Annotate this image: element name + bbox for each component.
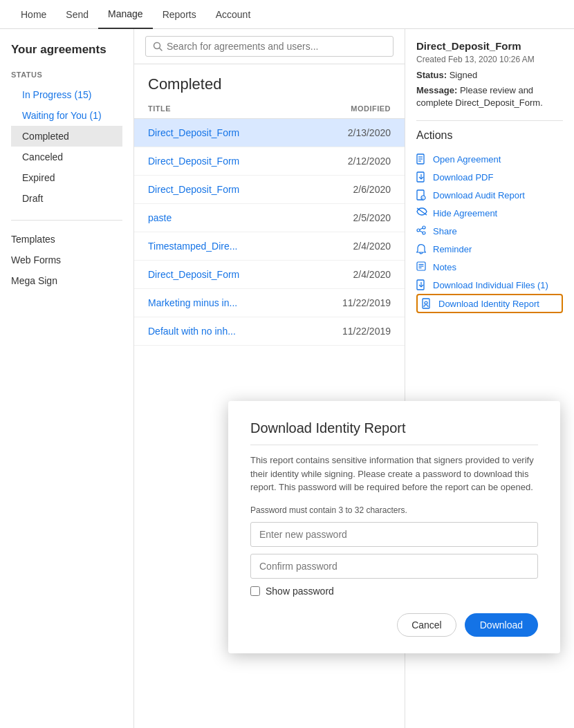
panel-actions-title: Actions — [416, 129, 563, 142]
action-label: Download Identity Report — [438, 299, 539, 309]
nav-send[interactable]: Send — [56, 0, 98, 29]
search-icon — [153, 41, 163, 51]
table-row[interactable]: paste 2/5/2020 — [134, 204, 405, 232]
action-label: Share — [433, 226, 457, 236]
table-body: Direct_Deposit_Form 2/13/2020 Direct_Dep… — [134, 119, 405, 346]
row-modified: 11/22/2019 — [328, 297, 391, 308]
sidebar-item-expired[interactable]: Expired — [11, 167, 122, 188]
sidebar-item-in-progress[interactable]: In Progress (15) — [11, 84, 122, 105]
row-title: Default with no inh... — [148, 326, 328, 337]
nav-account[interactable]: Account — [206, 0, 261, 29]
modal-pwd-rule: Password must contain 3 to 32 characters… — [250, 505, 538, 515]
col-title-label: TITLE — [148, 104, 328, 113]
col-modified-label: MODIFIED — [328, 104, 391, 113]
actions-list: Open Agreement Download PDF Download Aud… — [416, 150, 563, 313]
sidebar-item-web-forms[interactable]: Web Forms — [0, 250, 133, 270]
confirm-password-input[interactable] — [250, 554, 538, 579]
modal-title: Download Identity Report — [250, 420, 538, 436]
svg-point-13 — [423, 232, 425, 234]
search-input-wrap[interactable] — [145, 36, 394, 57]
status-label: STATUS — [11, 71, 122, 79]
show-password-label: Show password — [266, 586, 334, 597]
agreements-section-title: Completed — [134, 64, 405, 99]
action-label: Notes — [433, 262, 456, 272]
row-title: Marketing minus in... — [148, 297, 328, 308]
action-download-identity[interactable]: Download Identity Report — [416, 294, 563, 313]
svg-line-10 — [423, 198, 423, 198]
cancel-button[interactable]: Cancel — [397, 613, 456, 637]
row-title: paste — [148, 212, 328, 223]
sidebar-item-templates[interactable]: Templates — [0, 229, 133, 250]
download-button[interactable]: Download — [465, 613, 538, 637]
row-title: Direct_Deposit_Form — [148, 184, 328, 195]
doc-identity-icon — [422, 298, 433, 309]
row-title: Direct_Deposit_Form — [148, 269, 328, 280]
action-label: Download Individual Files (1) — [433, 280, 548, 290]
svg-point-12 — [423, 226, 425, 229]
nav-reports[interactable]: Reports — [153, 0, 206, 29]
modal-divider — [250, 445, 538, 445]
row-modified: 2/13/2020 — [328, 127, 391, 138]
table-row[interactable]: Direct_Deposit_Form 2/4/2020 — [134, 261, 405, 289]
table-row[interactable]: Marketing minus in... 11/22/2019 — [134, 289, 405, 317]
doc-dl-icon — [416, 171, 427, 183]
svg-line-1 — [160, 48, 163, 51]
action-download-pdf[interactable]: Download PDF — [416, 168, 563, 186]
table-row[interactable]: Default with no inh... 11/22/2019 — [134, 317, 405, 346]
sidebar-item-canceled[interactable]: Canceled — [11, 147, 122, 167]
panel-status-value-text: Signed — [450, 70, 477, 80]
hide-icon — [416, 207, 427, 218]
table-row[interactable]: Direct_Deposit_Form 2/6/2020 — [134, 176, 405, 204]
sidebar-item-completed[interactable]: Completed — [11, 126, 122, 147]
panel-message: Message: Please review and complete Dire… — [416, 84, 563, 109]
reminder-icon — [416, 243, 427, 254]
svg-point-24 — [425, 301, 427, 304]
table-row[interactable]: Direct_Deposit_Form 2/13/2020 — [134, 119, 405, 147]
status-section: STATUS In Progress (15) Waiting for You … — [0, 65, 133, 212]
table-header: TITLE MODIFIED — [134, 99, 405, 119]
top-nav: Home Send Manage Reports Account — [0, 0, 574, 29]
svg-line-16 — [420, 231, 423, 232]
row-modified: 2/4/2020 — [328, 241, 391, 252]
svg-point-14 — [417, 229, 420, 232]
sidebar: Your agreements STATUS In Progress (15) … — [0, 29, 134, 728]
table-row[interactable]: Direct_Deposit_Form 2/12/2020 — [134, 147, 405, 176]
action-download-audit[interactable]: Download Audit Report — [416, 186, 563, 204]
sidebar-item-draft[interactable]: Draft — [11, 188, 122, 209]
action-label: Open Agreement — [433, 154, 501, 165]
search-input[interactable] — [167, 41, 386, 52]
new-password-input[interactable] — [250, 522, 538, 547]
search-bar-row — [134, 29, 405, 64]
sidebar-item-waiting[interactable]: Waiting for You (1) — [11, 105, 122, 126]
svg-line-15 — [420, 228, 423, 230]
show-password-checkbox[interactable] — [250, 586, 260, 596]
action-download-individual[interactable]: Download Individual Files (1) — [416, 276, 563, 294]
row-modified: 2/4/2020 — [328, 269, 391, 280]
action-label: Reminder — [433, 244, 472, 254]
doc-icon — [416, 153, 427, 165]
doc-dl-icon — [416, 279, 427, 290]
action-open[interactable]: Open Agreement — [416, 150, 563, 168]
panel-doc-name: Direct_Deposit_Form — [416, 40, 563, 52]
modal-overlay: Download Identity Report This report con… — [228, 401, 560, 653]
action-label: Hide Agreement — [433, 208, 497, 218]
sidebar-divider — [11, 220, 122, 221]
action-reminder[interactable]: Reminder — [416, 240, 563, 258]
row-modified: 2/5/2020 — [328, 212, 391, 223]
sidebar-item-mega-sign[interactable]: Mega Sign — [0, 270, 133, 291]
row-title: Direct_Deposit_Form — [148, 156, 328, 167]
row-title: Timestamped_Dire... — [148, 241, 328, 252]
action-hide[interactable]: Hide Agreement — [416, 204, 563, 222]
doc-audit-icon — [416, 189, 427, 200]
table-row[interactable]: Timestamped_Dire... 2/4/2020 — [134, 232, 405, 261]
panel-message-label: Message: — [416, 85, 457, 95]
nav-home[interactable]: Home — [11, 0, 56, 29]
action-share[interactable]: Share — [416, 222, 563, 240]
panel-created: Created Feb 13, 2020 10:26 AM — [416, 55, 563, 64]
modal-footer: Cancel Download — [250, 610, 538, 637]
panel-status: Status: Signed — [416, 70, 563, 80]
row-modified: 2/12/2020 — [328, 156, 391, 167]
nav-manage[interactable]: Manage — [98, 0, 153, 29]
action-notes[interactable]: Notes — [416, 258, 563, 276]
notes-icon — [416, 261, 427, 272]
